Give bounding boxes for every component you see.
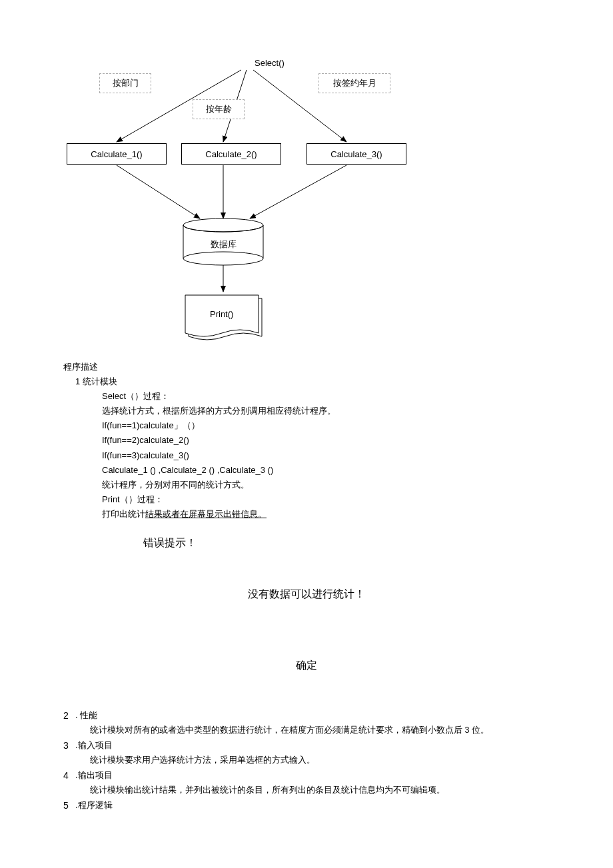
error-title: 错误提示！ [143,534,550,552]
svg-point-11 [183,252,263,265]
content-body: 程序描述 1 统计模块 Select（）过程： 选择统计方式，根据所选择的方式分… [0,360,613,841]
print-desc-underline: 结果或者在屏幕显示出错信息。 [145,509,267,519]
select-desc-line: 选择统计方式，根据所选择的方式分别调用相应得统计程序。 [63,404,550,418]
calculate-3-box: Calculate_3() [306,143,406,165]
branch-by-contract: 按签约年月 [318,73,390,93]
item-4-num: 4 [63,768,75,784]
select-label: Select() [255,58,285,68]
if3-line: If(fun==3)calculate_3() [63,448,550,463]
if2-line: If(fun==2)calculate_2() [63,433,550,448]
calc-desc-line: 统计程序，分别对用不同的统计方式。 [63,478,550,492]
item-2: 2 . 性能 [63,708,550,724]
calc-list-line: Calculate_1 () ,Calculate_2 () ,Calculat… [63,463,550,478]
section-1-title: 1 统计模块 [63,374,550,389]
branch-by-age: 按年龄 [193,99,245,119]
item-2-detail: 统计模块对所有的或者选中类型的数据进行统计，在精度方面必须满足统计要求，精确到小… [63,723,550,737]
database-label: 数据库 [203,238,243,250]
item-3-num: 3 [63,738,75,754]
program-desc-heading: 程序描述 [63,360,550,374]
item-5: 5 .程序逻辑 [63,798,550,814]
branch-by-dept: 按部门 [99,73,151,93]
error-message: 没有数据可以进行统计！ [63,585,550,603]
svg-line-4 [117,165,200,218]
svg-line-6 [250,165,346,218]
item-5-label: .程序逻辑 [75,798,550,814]
if1-line: If(fun==1)calculate」（） [63,418,550,433]
item-2-num: 2 [63,708,75,724]
item-4-label: .输出项目 [75,768,550,784]
item-3-label: .输入项目 [75,738,550,754]
item-5-num: 5 [63,798,75,814]
item-2-label: . 性能 [75,708,550,724]
print-proc-line: Print（）过程： [63,492,550,507]
print-label: Print() [210,309,233,319]
print-desc-line: 打印出统计结果或者在屏幕显示出错信息。 [63,507,550,522]
item-3: 3 .输入项目 [63,738,550,754]
item-4-detail: 统计模块输出统计结果，并列出被统计的条目，所有列出的条目及统计信息均为不可编辑项… [63,783,550,797]
calculate-2-box: Calculate_2() [181,143,281,165]
item-3-detail: 统计模块要求用户选择统计方法，采用单选框的方式输入。 [63,753,550,767]
print-desc-prefix: 打印出统计 [102,509,145,519]
item-4: 4 .输出项目 [63,768,550,784]
select-proc-line: Select（）过程： [63,389,550,404]
calculate-1-box: Calculate_1() [67,143,167,165]
confirm-button-label: 确定 [63,656,550,674]
diagram-svg [0,0,613,360]
flowchart-diagram: Select() 按部门 按年龄 按签约年月 Calculate_1() Cal… [0,0,613,360]
